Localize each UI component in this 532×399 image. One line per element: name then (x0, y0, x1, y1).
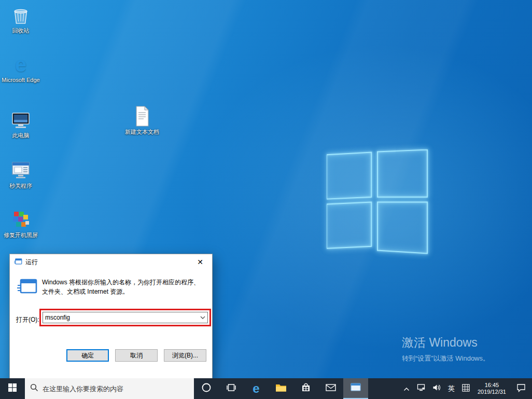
system-tray: 英 16:45 2019/12/31 (400, 378, 532, 399)
desktop-icon-quick-close-program[interactable]: 秒关程序 (1, 159, 40, 189)
pixel-mosaic-icon (9, 209, 33, 230)
close-icon[interactable]: ✕ (188, 254, 212, 270)
desktop-icon-this-pc[interactable]: 此电脑 (1, 109, 40, 139)
run-dialog-description: Windows 将根据你所输入的名称，为你打开相应的程序、文件夹、文档或 Int… (42, 278, 204, 296)
ime-language-label: 英 (448, 384, 455, 393)
cancel-button[interactable]: 取消 (115, 349, 158, 362)
folder-icon (275, 383, 287, 394)
tray-overflow-button[interactable] (400, 378, 413, 399)
annotation-highlight-box (39, 309, 211, 326)
run-dialog-titlebar[interactable]: 运行 ✕ (10, 254, 212, 270)
desktop-icon-label: 回收站 (1, 27, 40, 34)
network-status-button[interactable] (413, 378, 429, 399)
edge-icon: e (9, 53, 33, 75)
taskbar-search-box[interactable] (25, 378, 194, 399)
clock-date: 2019/12/31 (478, 389, 506, 395)
recycle-bin-icon (9, 4, 33, 26)
search-input[interactable] (43, 385, 189, 393)
edge-icon: e (253, 382, 259, 395)
action-center-icon (516, 383, 526, 394)
activation-watermark: 激活 Windows 转到“设置”以激活 Windows。 (402, 335, 489, 363)
desktop-icon-label: Microsoft Edge (1, 77, 40, 84)
app-window-icon (350, 382, 361, 394)
run-icon (17, 278, 38, 296)
taskbar-edge-button[interactable]: e (244, 378, 269, 399)
activation-subtitle: 转到“设置”以激活 Windows。 (402, 354, 489, 363)
taskbar: e (0, 378, 532, 399)
windows-logo-watermark (327, 149, 428, 254)
ime-language-button[interactable]: 英 (444, 378, 458, 399)
action-center-button[interactable] (510, 378, 532, 399)
desktop-icon-label: 秒关程序 (1, 183, 40, 189)
activation-title: 激活 Windows (402, 335, 489, 351)
cortana-circle-icon (201, 382, 212, 395)
task-view-icon (226, 383, 236, 394)
ime-grid-icon (462, 384, 470, 394)
run-dialog: 运行 ✕ Windows 将根据你所输入的名称，为你打开相应的程序、文件夹、文档… (9, 254, 213, 386)
desktop-icon-new-text-document[interactable]: 新建文本文档 (122, 105, 162, 135)
mail-button[interactable] (318, 378, 343, 399)
chevron-down-icon[interactable] (198, 312, 207, 323)
start-button[interactable] (0, 378, 25, 399)
desktop-icon-microsoft-edge[interactable]: e Microsoft Edge (1, 53, 40, 84)
search-icon (30, 383, 38, 394)
browse-button[interactable]: 浏览(B)... (164, 349, 206, 362)
speaker-icon (432, 384, 441, 393)
run-dialog-title: 运行 (25, 258, 38, 267)
desktop-icon-label: 此电脑 (1, 132, 40, 139)
text-document-icon (130, 105, 154, 127)
desktop-icon-label: 修复开机黑屏 (1, 232, 40, 239)
desktop-icon-fix-black-screen[interactable]: 修复开机黑屏 (1, 209, 40, 239)
windows-start-icon (8, 383, 17, 394)
desktop-icon-recycle-bin[interactable]: 回收站 (1, 4, 40, 34)
task-view-button[interactable] (219, 378, 244, 399)
ime-mode-button[interactable] (458, 378, 473, 399)
taskbar-active-run-window[interactable] (343, 378, 368, 399)
run-command-input[interactable] (43, 312, 198, 323)
microsoft-store-button[interactable] (293, 378, 318, 399)
computer-icon (9, 109, 33, 131)
ethernet-network-icon (417, 383, 425, 394)
clock-time: 16:45 (485, 382, 499, 389)
ok-button[interactable]: 确定 (66, 349, 109, 362)
cortana-button[interactable] (194, 378, 219, 399)
mail-envelope-icon (326, 383, 336, 394)
file-explorer-button[interactable] (269, 378, 293, 399)
clock[interactable]: 16:45 2019/12/31 (473, 378, 510, 399)
store-bag-icon (301, 382, 311, 395)
desktop-icon-label: 新建文本文档 (122, 129, 162, 135)
run-command-combobox[interactable] (43, 312, 208, 323)
volume-button[interactable] (429, 378, 444, 399)
open-field-label: 打开(O): (16, 315, 39, 324)
program-window-icon (9, 159, 33, 181)
run-dialog-icon (14, 258, 22, 267)
chevron-up-icon (403, 384, 410, 393)
